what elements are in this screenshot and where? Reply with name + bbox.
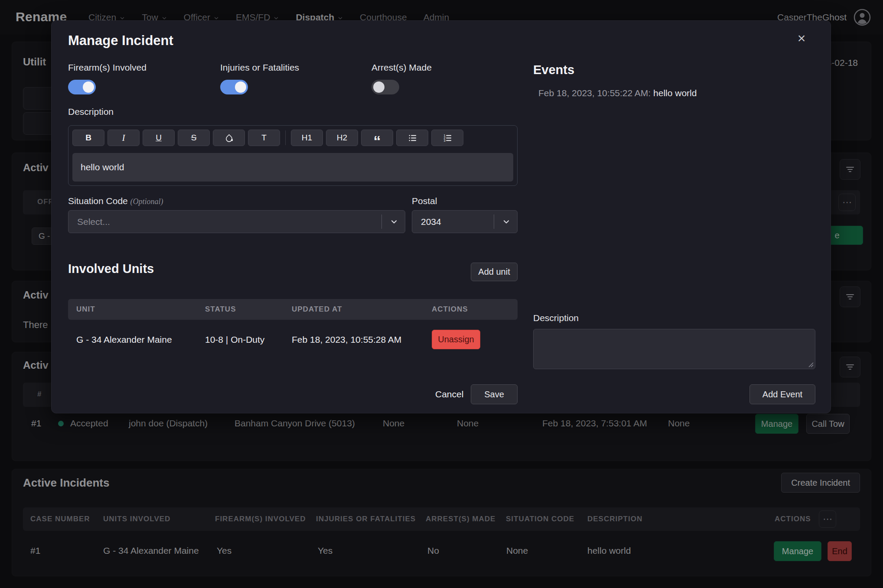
postal-label: Postal xyxy=(412,196,437,206)
description-editor-input[interactable]: hello world xyxy=(72,153,513,182)
resize-grip-icon xyxy=(808,361,814,367)
ordered-list-icon: 1 2 3 xyxy=(443,133,453,143)
chevron-down-icon xyxy=(502,218,511,228)
bullet-list-button[interactable] xyxy=(396,130,428,146)
manage-incident-modal: Manage Incident × Firearm(s) Involved In… xyxy=(51,20,831,413)
situation-code-label: Situation Code (Optional) xyxy=(68,196,163,206)
ordered-list-button[interactable]: 1 2 3 xyxy=(431,130,463,146)
event-timestamp: Feb 18, 2023, 10:55:22 AM: xyxy=(538,88,651,98)
select-placeholder: Select... xyxy=(77,217,110,227)
postal-value: 2034 xyxy=(421,217,441,227)
add-event-button[interactable]: Add Event xyxy=(749,384,815,404)
arrests-toggle[interactable] xyxy=(371,80,399,94)
cancel-button[interactable]: Cancel xyxy=(435,389,463,400)
arrests-toggle-label: Arrest(s) Made xyxy=(371,62,432,73)
chevron-down-icon xyxy=(390,218,398,228)
description-label: Description xyxy=(68,107,114,117)
involved-units-title: Involved Units xyxy=(68,262,154,276)
close-button[interactable]: × xyxy=(794,30,809,46)
toggle-knob xyxy=(373,81,384,93)
editor-toolbar: B I U S T H1 H2 “ xyxy=(72,130,513,146)
add-unit-button[interactable]: Add unit xyxy=(471,263,518,281)
unit-status: 10-8 | On-Duty xyxy=(205,335,264,345)
unassign-button[interactable]: Unassign xyxy=(432,330,480,349)
unit-name: G - 34 Alexander Maine xyxy=(76,335,172,345)
underline-button[interactable]: U xyxy=(143,130,175,146)
bullet-list-icon xyxy=(407,133,417,143)
close-icon: × xyxy=(798,30,806,46)
column-status: STATUS xyxy=(205,305,236,314)
bold-button[interactable]: B xyxy=(72,130,104,146)
optional-hint: (Optional) xyxy=(130,197,163,206)
heading1-button[interactable]: H1 xyxy=(291,130,323,146)
strikethrough-button[interactable]: S xyxy=(178,130,210,146)
toggle-knob xyxy=(235,81,246,93)
injuries-toggle-label: Injuries or Fatalities xyxy=(220,62,299,73)
quote-icon: “ xyxy=(374,139,381,143)
column-updated-at: UPDATED AT xyxy=(292,305,342,314)
firearms-toggle[interactable] xyxy=(68,80,96,94)
rich-text-editor: B I U S T H1 H2 “ xyxy=(68,125,518,186)
situation-code-select[interactable]: Select... xyxy=(68,210,405,233)
column-unit: UNIT xyxy=(76,305,95,314)
toolbar-divider xyxy=(285,130,286,145)
event-text: hello world xyxy=(653,88,697,98)
event-description-label: Description xyxy=(533,313,579,323)
units-table-header: UNIT STATUS UPDATED AT ACTIONS xyxy=(68,299,518,320)
paint-bucket-icon xyxy=(225,133,234,143)
heading2-button[interactable]: H2 xyxy=(326,130,358,146)
blockquote-button[interactable]: “ xyxy=(361,130,393,146)
event-entry: Feb 18, 2023, 10:55:22 AM: hello world xyxy=(538,88,697,98)
italic-button[interactable]: I xyxy=(108,130,140,146)
unit-updated-at: Feb 18, 2023, 10:55:28 AM xyxy=(292,335,401,345)
highlight-button[interactable] xyxy=(213,130,245,146)
column-actions: ACTIONS xyxy=(432,305,468,314)
svg-text:3: 3 xyxy=(443,139,445,142)
toggle-knob xyxy=(83,81,94,93)
text-color-button[interactable]: T xyxy=(248,130,280,146)
save-button[interactable]: Save xyxy=(471,384,518,404)
events-title: Events xyxy=(533,63,574,77)
postal-select[interactable]: 2034 xyxy=(412,210,518,233)
event-description-textarea[interactable] xyxy=(533,329,815,369)
modal-title: Manage Incident xyxy=(68,33,173,49)
firearms-toggle-label: Firearm(s) Involved xyxy=(68,62,147,73)
injuries-toggle[interactable] xyxy=(220,80,248,94)
